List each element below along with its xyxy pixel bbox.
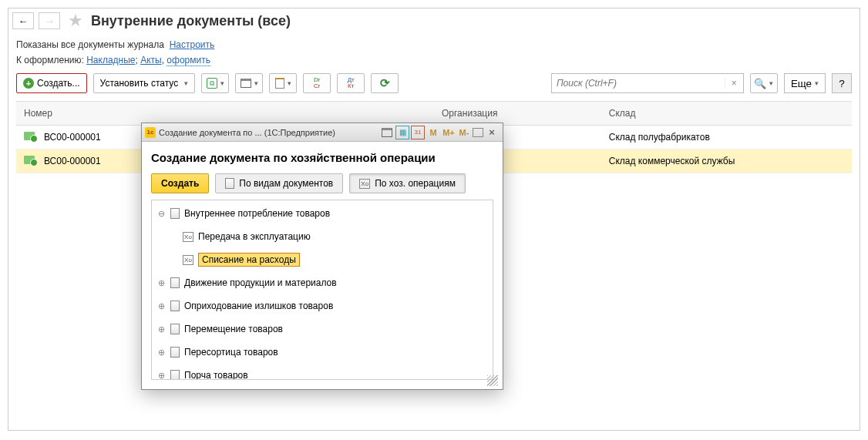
document-icon xyxy=(24,132,35,140)
operations-tree[interactable]: ⊖ Внутреннее потребление товаров Xo Пере… xyxy=(151,200,493,380)
printer-icon xyxy=(241,79,251,88)
pending-link-make[interactable]: оформить xyxy=(167,55,210,66)
tree-node[interactable]: ⊖ Внутреннее потребление товаров xyxy=(152,202,493,225)
refresh-icon: ⟳ xyxy=(380,76,390,90)
refresh-button[interactable]: ⟳ xyxy=(371,73,399,93)
print-button[interactable] xyxy=(235,73,263,93)
page-title: Внутренние документы (все) xyxy=(91,13,291,29)
subtitle-text: Показаны все документы журнала xyxy=(16,39,164,50)
search-menu-button[interactable]: 🔍 xyxy=(750,73,778,93)
dialog-toolbar: Создать По видам документов Xo По хоз. о… xyxy=(151,173,493,193)
tree-node[interactable]: Xo Передача в эксплуатацию xyxy=(152,225,493,248)
page-icon xyxy=(170,347,180,358)
create-button[interactable]: + Создать... xyxy=(16,73,87,93)
dialog-titlebar[interactable]: 1c Создание документа по ... (1С:Предпри… xyxy=(142,123,503,142)
dlg-by-docs-label: По видам документов xyxy=(239,178,333,189)
tree-label: Порча товаров xyxy=(184,370,248,380)
search-input[interactable] xyxy=(552,78,725,89)
atkt-button[interactable]: ДтКт xyxy=(337,73,365,93)
xo-icon: Xo xyxy=(183,255,193,265)
dlg-close-icon[interactable]: × xyxy=(485,126,499,139)
tree-node[interactable]: ⊕ Порча товаров xyxy=(152,364,493,380)
pending-link-acts[interactable]: Акты xyxy=(140,55,162,65)
expand-icon[interactable]: ⊕ xyxy=(156,301,166,311)
favorite-star-icon[interactable]: ★ xyxy=(68,11,83,31)
tree-node[interactable]: ⊕ Пересортица товаров xyxy=(152,341,493,364)
pending-prefix: К оформлению: xyxy=(16,55,84,65)
expand-icon[interactable]: ⊕ xyxy=(156,348,166,358)
reports-button[interactable] xyxy=(269,73,297,93)
onec-logo-icon: 1c xyxy=(145,127,156,138)
set-status-label: Установить статус xyxy=(100,78,179,89)
tree-label: Передача в эксплуатацию xyxy=(198,231,311,242)
document-icon xyxy=(24,156,35,164)
copy-button[interactable]: ⧉ xyxy=(201,73,229,93)
dialog-heading: Создание документа по хозяйственной опер… xyxy=(151,151,493,164)
page-icon xyxy=(170,208,180,219)
configure-link[interactable]: Настроить xyxy=(170,39,215,50)
printer-icon xyxy=(382,128,392,137)
dlg-grid-icon[interactable]: ▦ xyxy=(395,126,409,139)
help-label: ? xyxy=(839,78,844,89)
pending-link-invoices[interactable]: Накладные xyxy=(86,55,135,65)
expand-icon[interactable]: ⊕ xyxy=(156,324,166,334)
dlg-by-ops-label: По хоз. операциям xyxy=(375,178,456,189)
plus-icon: + xyxy=(23,78,34,89)
nav-forward-button[interactable]: → xyxy=(39,12,60,29)
help-button[interactable]: ? xyxy=(832,73,852,93)
more-button[interactable]: Еще xyxy=(784,73,826,93)
dlg-maximize-icon[interactable] xyxy=(473,128,483,137)
dialog-title-text: Создание документа по ... (1С:Предприяти… xyxy=(159,128,379,137)
dlg-create-label: Создать xyxy=(161,178,199,189)
tree-label: Перемещение товаров xyxy=(184,324,283,334)
col-wh[interactable]: Склад xyxy=(601,102,852,126)
expand-icon[interactable]: ⊕ xyxy=(156,371,166,381)
expand-icon[interactable]: ⊕ xyxy=(156,278,166,288)
col-number[interactable]: Номер xyxy=(16,102,434,126)
page-icon xyxy=(170,324,180,334)
drcr-icon: DrCr xyxy=(314,77,320,89)
tree-label: Внутреннее потребление товаров xyxy=(184,208,330,219)
subtitle-row: Показаны все документы журнала Настроить xyxy=(8,33,860,52)
xo-icon: Xo xyxy=(359,179,370,189)
dlg-calendar-icon[interactable]: 31 xyxy=(411,126,425,139)
tree-label: Оприходование излишков товаров xyxy=(184,301,333,311)
table-header-row: Номер Организация Склад xyxy=(16,102,852,126)
tree-node[interactable]: ⊕ Движение продукции и материалов xyxy=(152,271,493,294)
create-button-label: Создать... xyxy=(37,78,80,89)
create-document-dialog: 1c Создание документа по ... (1С:Предпри… xyxy=(141,123,503,390)
xo-icon: Xo xyxy=(183,232,193,242)
search-box[interactable]: × xyxy=(551,73,744,93)
more-label: Еще xyxy=(791,78,812,89)
dlg-print-icon[interactable] xyxy=(380,126,394,139)
copy-icon: ⧉ xyxy=(207,78,217,89)
resize-grip-icon[interactable] xyxy=(487,375,498,386)
dlg-mminus-icon[interactable]: М- xyxy=(457,126,471,139)
cell-wh: Склад коммерческой службы xyxy=(601,149,852,173)
dlg-create-button[interactable]: Создать xyxy=(151,173,209,193)
set-status-button[interactable]: Установить статус xyxy=(93,73,196,93)
collapse-icon[interactable]: ⊖ xyxy=(156,209,166,219)
app-window: ← → ★ Внутренние документы (все) Показан… xyxy=(8,8,860,431)
dlg-by-docs-button[interactable]: По видам документов xyxy=(215,173,343,193)
dlg-mplus-icon[interactable]: М+ xyxy=(442,126,456,139)
search-clear-icon[interactable]: × xyxy=(725,78,743,89)
dlg-by-ops-button[interactable]: Xo По хоз. операциям xyxy=(349,173,466,193)
cell-wh: Склад полуфабрикатов xyxy=(601,126,852,149)
nav-back-button[interactable]: ← xyxy=(12,12,34,29)
dlg-m-icon[interactable]: М xyxy=(426,126,440,139)
page-icon xyxy=(225,178,234,189)
col-org[interactable]: Организация xyxy=(434,102,601,126)
cell-number: ВС00-000001 xyxy=(44,156,101,166)
atkt-icon: ДтКт xyxy=(348,77,355,89)
tree-node-selected[interactable]: Xo Списание на расходы xyxy=(152,248,493,271)
header-bar: ← → ★ Внутренние документы (все) xyxy=(8,8,860,33)
pending-row: К оформлению: Накладные; Акты, оформить xyxy=(8,52,860,73)
drcr-button[interactable]: DrCr xyxy=(303,73,331,93)
tree-label: Движение продукции и материалов xyxy=(184,277,337,288)
dialog-body: Создание документа по хозяйственной опер… xyxy=(142,142,503,389)
page-icon xyxy=(170,301,180,311)
tree-node[interactable]: ⊕ Оприходование излишков товаров xyxy=(152,294,493,317)
tree-node[interactable]: ⊕ Перемещение товаров xyxy=(152,317,493,341)
tree-label: Списание на расходы xyxy=(202,254,296,265)
